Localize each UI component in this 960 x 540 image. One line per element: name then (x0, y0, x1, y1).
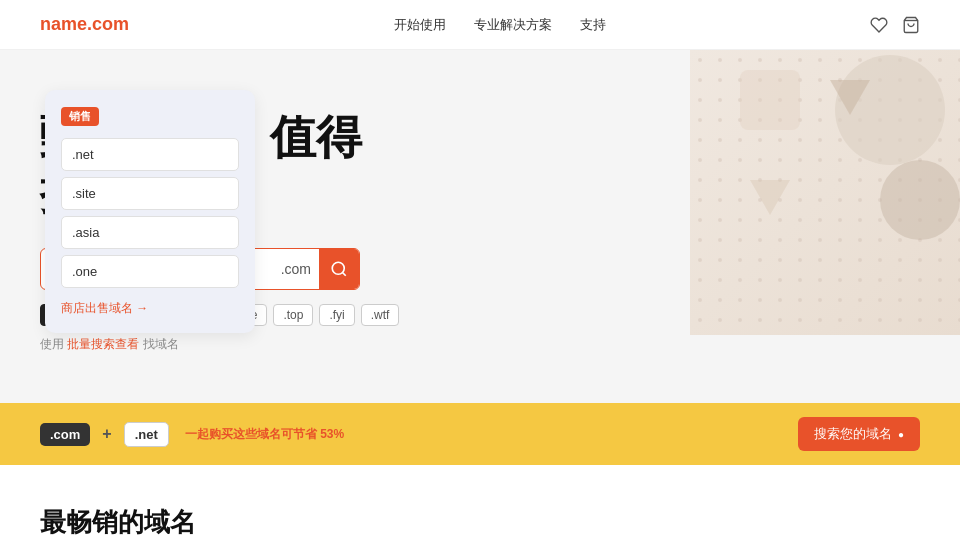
svg-rect-7 (740, 70, 800, 130)
heart-icon[interactable] (870, 16, 888, 34)
sale-badge: 销售 (61, 107, 99, 126)
tag-top[interactable]: .top (273, 304, 313, 326)
nav-support[interactable]: 支持 (580, 16, 606, 34)
bundle-banner: .com + .net 一起购买这些域名可节省 53% 搜索您的域名 ● (0, 403, 960, 465)
bundle-tags: .com + .net 一起购买这些域名可节省 53% (40, 422, 798, 447)
bundle-tag-net: .net (124, 422, 169, 447)
search-icon (330, 260, 348, 278)
bundle-plus: + (102, 425, 111, 443)
bundle-desc: 一起购买这些域名可节省 53% (185, 426, 344, 443)
bestsellers-section: 最畅销的域名 销售 .com 最资深的通用顶级域名，全球数百万企业与个人在用 /… (0, 465, 960, 540)
tag-fyi[interactable]: .fyi (319, 304, 354, 326)
deco-svg (690, 50, 960, 335)
search-button[interactable] (319, 249, 359, 289)
sale-item-net: .net (61, 138, 239, 171)
sale-item-one: .one (61, 255, 239, 288)
sale-item-asia: .asia (61, 216, 239, 249)
sale-item-site: .site (61, 177, 239, 210)
tag-wtf[interactable]: .wtf (361, 304, 400, 326)
bulk-search-link: 使用 批量搜索查看 找域名 (40, 336, 520, 353)
deco-background (690, 50, 960, 335)
svg-point-6 (880, 160, 960, 240)
bundle-btn-icon: ● (898, 429, 904, 440)
bundle-search-button[interactable]: 搜索您的域名 ● (798, 417, 920, 451)
main-nav: 开始使用 专业解决方案 支持 (394, 16, 606, 34)
header-icons (870, 16, 920, 34)
bundle-tag-com: .com (40, 423, 90, 446)
nav-pro[interactable]: 专业解决方案 (474, 16, 552, 34)
logo: name.com (40, 14, 129, 35)
header: name.com 开始使用 专业解决方案 支持 (0, 0, 960, 50)
cart-icon[interactable] (902, 16, 920, 34)
bestsellers-title: 最畅销的域名 (40, 505, 920, 540)
hero-section: 甄选域名，值得 拥有！ .com .com .xyz .monster .onl… (0, 50, 960, 403)
bulk-link-anchor[interactable]: 批量搜索查看 (67, 337, 139, 351)
svg-line-2 (342, 273, 345, 276)
svg-point-1 (332, 263, 344, 275)
sale-panel: 销售 .net .site .asia .one 商店出售域名 (45, 90, 255, 333)
search-ext: .com (273, 261, 319, 277)
shop-link[interactable]: 商店出售域名 (61, 301, 148, 315)
nav-start[interactable]: 开始使用 (394, 16, 446, 34)
